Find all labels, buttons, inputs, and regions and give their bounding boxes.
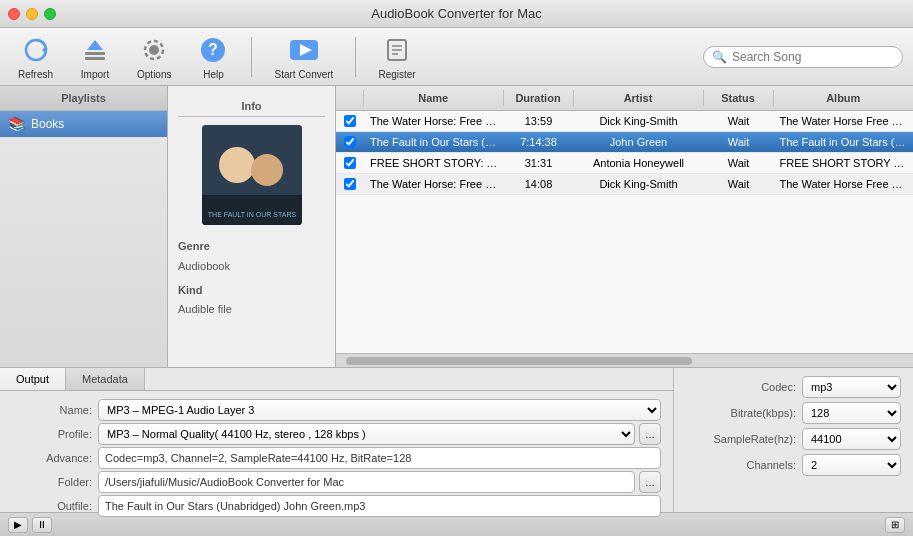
track-album: The Water Horse Free Ext... (774, 111, 914, 131)
tab-metadata[interactable]: Metadata (66, 368, 145, 390)
grid-view-button[interactable]: ⊞ (885, 517, 905, 533)
track-area: Name Duration Artist Status Album The Wa… (336, 86, 913, 367)
outfile-value-row (98, 495, 661, 517)
codec-value-row: mp3 (802, 376, 901, 398)
track-artist: Antonia Honeywell (574, 153, 704, 173)
tab-output[interactable]: Output (0, 368, 66, 390)
track-status: Wait (704, 174, 774, 194)
main-area: Playlists 📚 Books Info THE FAULT IN OUR … (0, 86, 913, 367)
bitrate-label: Bitrate(kbps): (686, 402, 796, 424)
kind-value: Audible file (178, 303, 232, 315)
track-duration: 7:14:38 (504, 132, 574, 152)
samplerate-value-row: 44100 (802, 428, 901, 450)
channels-select[interactable]: 2 (802, 454, 901, 476)
close-button[interactable] (8, 8, 20, 20)
codec-label: Codec: (686, 376, 796, 398)
name-select[interactable]: MP3 – MPEG-1 Audio Layer 3 (98, 399, 661, 421)
scroll-area[interactable] (336, 353, 913, 367)
track-checkbox[interactable] (344, 157, 356, 169)
advance-input[interactable] (98, 447, 661, 469)
sidebar-header: Playlists (0, 86, 167, 111)
minimize-button[interactable] (26, 8, 38, 20)
options-button[interactable]: Options (129, 30, 179, 84)
table-row[interactable]: The Water Horse: Free Extract 14:08 Dick… (336, 174, 913, 195)
album-art-image: THE FAULT IN OUR STARS (202, 125, 302, 225)
channels-label: Channels: (686, 454, 796, 476)
start-convert-label: Start Convert (274, 69, 333, 80)
maximize-button[interactable] (44, 8, 56, 20)
help-icon: ? (197, 34, 229, 66)
toolbar-separator-2 (355, 37, 356, 77)
import-icon (79, 34, 111, 66)
horizontal-scrollbar[interactable] (346, 357, 692, 365)
table-row[interactable]: FREE SHORT STORY: The Time Bein... 31:31… (336, 153, 913, 174)
title-bar: AudioBook Converter for Mac (0, 0, 913, 28)
profile-label: Profile: (12, 423, 92, 445)
genre-value: Audiobook (178, 260, 230, 272)
traffic-lights (8, 8, 56, 20)
options-icon (138, 34, 170, 66)
folder-input[interactable] (98, 471, 635, 493)
track-checkbox[interactable] (344, 178, 356, 190)
bitrate-select[interactable]: 128 (802, 402, 901, 424)
samplerate-label: SampleRate(hz): (686, 428, 796, 450)
track-artist: Dick King-Smith (574, 111, 704, 131)
register-button[interactable]: Register (370, 30, 423, 84)
profile-extra-button[interactable]: … (639, 423, 661, 445)
bottom-panel: Output Metadata Name: MP3 – MPEG-1 Audio… (0, 367, 913, 512)
books-icon: 📚 (8, 116, 25, 132)
play-button[interactable]: ▶ (8, 517, 28, 533)
kind-label: Kind (178, 284, 202, 296)
register-label: Register (378, 69, 415, 80)
toolbar-separator (251, 37, 252, 77)
settings-grid: Name: MP3 – MPEG-1 Audio Layer 3 Profile… (0, 391, 673, 525)
track-checkbox[interactable] (344, 136, 356, 148)
profile-select[interactable]: MP3 – Normal Quality( 44100 Hz, stereo ,… (98, 423, 635, 445)
start-convert-button[interactable]: Start Convert (266, 30, 341, 84)
col-duration: Duration (504, 90, 574, 106)
col-status: Status (704, 90, 774, 106)
track-list: The Water Horse: Free Extract 13:59 Dick… (336, 111, 913, 353)
refresh-button[interactable]: Refresh (10, 30, 61, 84)
options-label: Options (137, 69, 171, 80)
help-label: Help (203, 69, 224, 80)
search-box: 🔍 (703, 46, 903, 68)
track-artist: John Green (574, 132, 704, 152)
name-label: Name: (12, 399, 92, 421)
track-checkbox-cell (336, 132, 364, 152)
refresh-label: Refresh (18, 69, 53, 80)
col-name: Name (364, 90, 504, 106)
sidebar-item-books[interactable]: 📚 Books (0, 111, 167, 137)
outfile-input[interactable] (98, 495, 661, 517)
help-button[interactable]: ? Help (189, 30, 237, 84)
table-row[interactable]: The Fault in Our Stars (Unabridged) 7:14… (336, 132, 913, 153)
track-status: Wait (704, 132, 774, 152)
codec-grid: Codec: mp3 Bitrate(kbps): 128 SampleRate… (686, 376, 901, 476)
svg-text:THE FAULT IN OUR STARS: THE FAULT IN OUR STARS (207, 211, 296, 218)
track-name: The Water Horse: Free Extract (364, 111, 504, 131)
bitrate-value-row: 128 (802, 402, 901, 424)
svg-point-16 (219, 147, 255, 183)
table-row[interactable]: The Water Horse: Free Extract 13:59 Dick… (336, 111, 913, 132)
track-checkbox[interactable] (344, 115, 356, 127)
samplerate-select[interactable]: 44100 (802, 428, 901, 450)
folder-browse-button[interactable]: … (639, 471, 661, 493)
advance-label: Advance: (12, 447, 92, 469)
codec-select[interactable]: mp3 (802, 376, 901, 398)
track-checkbox-cell (336, 111, 364, 131)
sidebar: Playlists 📚 Books (0, 86, 168, 367)
track-duration: 14:08 (504, 174, 574, 194)
track-duration: 31:31 (504, 153, 574, 173)
app-title: AudioBook Converter for Mac (371, 6, 542, 21)
pause-button[interactable]: ⏸ (32, 517, 52, 533)
track-duration: 13:59 (504, 111, 574, 131)
search-area: 🔍 (703, 46, 903, 68)
search-input[interactable] (732, 50, 882, 64)
track-table-header: Name Duration Artist Status Album (336, 86, 913, 111)
album-art: THE FAULT IN OUR STARS (202, 125, 302, 225)
svg-point-17 (251, 154, 283, 186)
search-icon: 🔍 (712, 50, 727, 64)
import-button[interactable]: Import (71, 30, 119, 84)
info-panel: Info THE FAULT IN OUR STARS Genre Audiob… (168, 86, 336, 367)
bottom-right: Codec: mp3 Bitrate(kbps): 128 SampleRate… (673, 368, 913, 512)
